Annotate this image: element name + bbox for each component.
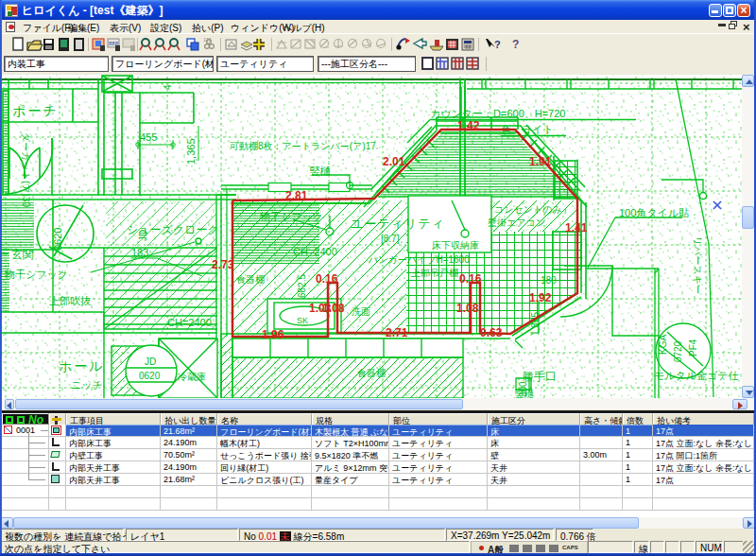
svg-text:123: 123 bbox=[203, 37, 212, 43]
svg-text:竪樋: 竪樋 bbox=[310, 165, 331, 177]
svg-text:0.16: 0.16 bbox=[316, 272, 338, 286]
svg-text:2.71: 2.71 bbox=[386, 326, 408, 339]
svg-text:100角タイル貼: 100角タイル貼 bbox=[619, 207, 689, 218]
svg-text:180: 180 bbox=[541, 275, 557, 286]
svg-text:物干シフック: 物干シフック bbox=[5, 269, 68, 280]
svg-text:「コンセントのみ」: 「コンセントのみ」 bbox=[485, 204, 572, 215]
svg-text:682.5: 682.5 bbox=[297, 274, 307, 298]
svg-text:物干シフック: 物干シフック bbox=[260, 211, 323, 222]
svg-text:ハンガーパイプH=1600: ハンガーパイプH=1600 bbox=[368, 254, 470, 265]
svg-text:ダーカット(ア)30: ダーカット(ア)30 bbox=[21, 132, 31, 207]
svg-text:SK: SK bbox=[297, 316, 308, 325]
svg-text:2.73: 2.73 bbox=[212, 258, 234, 271]
svg-text:183: 183 bbox=[131, 247, 148, 258]
svg-text:1.91: 1.91 bbox=[529, 155, 552, 168]
svg-text:0.16: 0.16 bbox=[459, 272, 482, 286]
svg-text:ユーティリティ: ユーティリティ bbox=[351, 217, 445, 231]
svg-text:?: ? bbox=[512, 38, 519, 51]
svg-text:玄関: 玄関 bbox=[11, 248, 34, 261]
svg-text:CH=2400: CH=2400 bbox=[293, 246, 337, 257]
svg-text:モルタル金ゴテ仕: モルタル金ゴテ仕 bbox=[654, 370, 739, 381]
svg-text:0720: 0720 bbox=[673, 340, 683, 362]
svg-text:[8.7]: [8.7] bbox=[381, 234, 400, 244]
svg-text:可動棚8枚：アートランバー(ア)17: 可動棚8枚：アートランバー(ア)17 bbox=[229, 141, 376, 151]
svg-text:ニッチ: ニッチ bbox=[71, 379, 103, 391]
svg-text:竪樋: 竪樋 bbox=[515, 389, 534, 398]
svg-text:床下収納庫: 床下収納庫 bbox=[432, 240, 479, 251]
svg-text:4: 4 bbox=[163, 84, 173, 90]
svg-text:ポーチ: ポーチ bbox=[12, 103, 59, 118]
svg-text:壁掛エアコン: 壁掛エアコン bbox=[488, 217, 545, 228]
svg-text:上部吹抜: 上部吹抜 bbox=[49, 295, 91, 306]
svg-text:洗面: 洗面 bbox=[352, 306, 370, 317]
svg-text:上部吊戸棚: 上部吊戸棚 bbox=[410, 268, 458, 278]
svg-text:PF4: PF4 bbox=[688, 339, 698, 356]
svg-text:勝手口: 勝手口 bbox=[523, 370, 557, 383]
svg-text:食器棚: 食器棚 bbox=[236, 274, 265, 285]
svg-text:1.08: 1.08 bbox=[322, 302, 345, 315]
svg-text:冷蔵庫: 冷蔵庫 bbox=[178, 372, 206, 382]
svg-text:455: 455 bbox=[140, 131, 157, 143]
svg-text:1.42: 1.42 bbox=[457, 119, 480, 132]
svg-text:1.08: 1.08 bbox=[456, 302, 479, 315]
svg-text:JD: JD bbox=[138, 230, 148, 241]
svg-text:0.63: 0.63 bbox=[480, 326, 503, 339]
svg-text:0620: 0620 bbox=[139, 371, 161, 381]
svg-text:2.01: 2.01 bbox=[383, 155, 405, 168]
svg-text:食器棚: 食器棚 bbox=[357, 368, 386, 378]
svg-text:1.96: 1.96 bbox=[262, 328, 284, 341]
svg-text:2.81: 2.81 bbox=[285, 189, 308, 202]
svg-text:JD: JD bbox=[145, 356, 156, 367]
svg-text:リバースキー: リバースキー bbox=[693, 236, 703, 294]
svg-text:1.92: 1.92 bbox=[529, 291, 552, 304]
svg-text:1,365: 1,365 bbox=[185, 138, 197, 165]
svg-text:?: ? bbox=[494, 39, 501, 50]
svg-text:CH=2400: CH=2400 bbox=[167, 317, 212, 328]
svg-text:ホール: ホール bbox=[59, 358, 105, 374]
svg-text:0620: 0620 bbox=[52, 228, 63, 251]
svg-text:KGA: KGA bbox=[658, 335, 668, 355]
svg-text:カウンター：D=600、H=720: カウンター：D=600、H=720 bbox=[430, 108, 565, 119]
svg-text:1.41: 1.41 bbox=[565, 221, 588, 235]
